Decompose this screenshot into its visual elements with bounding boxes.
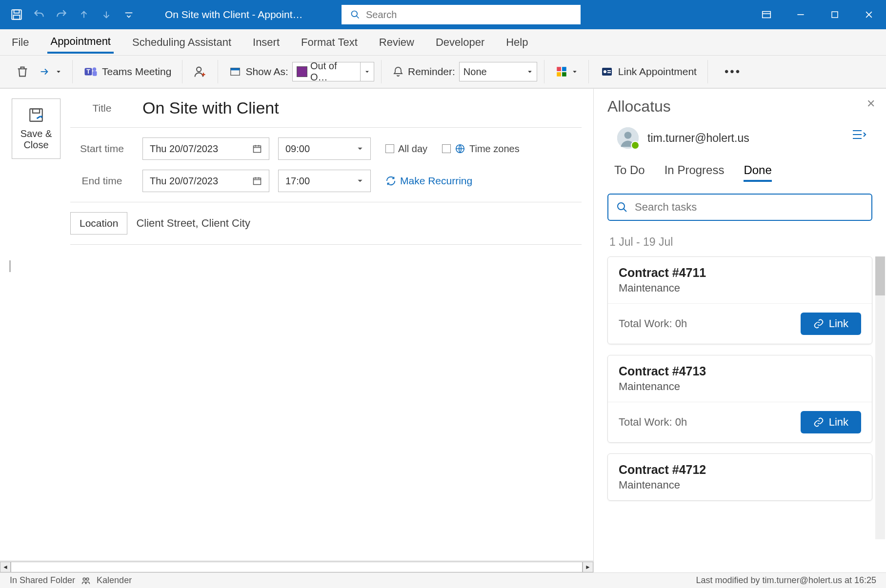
title-input[interactable]	[142, 98, 582, 118]
task-card[interactable]: Contract #4713 Maintenance Total Work: 0…	[607, 355, 872, 443]
start-time-picker[interactable]: 09:00	[278, 137, 371, 160]
start-date-picker[interactable]: Thu 20/07/2023	[142, 137, 269, 160]
undo-icon[interactable]	[32, 8, 46, 21]
svg-rect-20	[607, 72, 611, 73]
task-link-button[interactable]: Link	[801, 313, 861, 335]
task-total-work: Total Work: 0h	[619, 317, 687, 330]
link-appointment-label: Link Appointment	[618, 66, 697, 78]
task-title: Contract #4713	[619, 364, 861, 378]
all-day-checkbox[interactable]: All day	[385, 143, 427, 155]
panel-menu-button[interactable]	[852, 129, 866, 140]
svg-rect-2	[14, 15, 20, 20]
task-title: Contract #4711	[619, 266, 861, 280]
panel-tab-done[interactable]: Done	[744, 163, 771, 182]
ribbon-display-icon[interactable]	[749, 0, 784, 29]
save-icon[interactable]	[10, 8, 23, 21]
calendar-icon	[252, 144, 262, 154]
panel-title: Allocatus	[607, 98, 872, 116]
tab-format-text[interactable]: Format Text	[298, 32, 361, 53]
arrow-up-icon[interactable]	[77, 8, 91, 21]
arrow-down-icon[interactable]	[100, 8, 113, 21]
svg-rect-19	[607, 70, 611, 71]
invite-attendees-button[interactable]	[189, 63, 211, 80]
tab-appointment[interactable]: Appointment	[47, 31, 114, 54]
tab-help[interactable]: Help	[503, 32, 531, 53]
show-as-icon	[229, 66, 242, 77]
start-time-value: 09:00	[285, 143, 310, 155]
task-card[interactable]: Contract #4712 Maintenance	[607, 453, 872, 501]
task-search-box[interactable]	[607, 194, 872, 221]
tab-scheduling-assistant[interactable]: Scheduling Assistant	[129, 32, 234, 53]
show-as-dropdown-arrow[interactable]	[361, 62, 374, 81]
svg-point-27	[624, 132, 632, 139]
time-zones-checkbox[interactable]: Time zones	[442, 143, 520, 155]
task-scrollbar[interactable]	[875, 256, 885, 539]
scroll-track[interactable]	[11, 562, 583, 572]
link-appointment-button[interactable]: Link Appointment	[596, 64, 701, 79]
more-commands-button[interactable]: •••	[715, 65, 751, 78]
scroll-right-icon[interactable]: ►	[583, 562, 593, 572]
svg-rect-16	[562, 72, 566, 77]
end-time-picker[interactable]: 17:00	[278, 170, 371, 192]
end-time-value: 17:00	[285, 176, 310, 187]
svg-point-18	[604, 70, 606, 73]
task-search-input[interactable]	[635, 201, 864, 214]
panel-tab-todo[interactable]: To Do	[614, 163, 645, 182]
svg-rect-21	[30, 109, 42, 121]
allocatus-panel: Allocatus ✕ tim.turner@holert.us To Do I…	[593, 89, 886, 572]
out-of-office-swatch	[297, 66, 307, 77]
title-search-input[interactable]	[366, 9, 572, 20]
all-day-label: All day	[398, 143, 427, 155]
make-recurring-label: Make Recurring	[400, 175, 472, 187]
end-date-value: Thu 20/07/2023	[150, 176, 218, 187]
title-label: Title	[70, 102, 134, 114]
svg-point-8	[93, 67, 97, 71]
save-close-label-1: Save &	[20, 128, 52, 139]
svg-point-10	[197, 67, 201, 72]
calendar-icon	[252, 176, 262, 186]
panel-tab-in-progress[interactable]: In Progress	[664, 163, 725, 182]
customize-qat-icon[interactable]	[122, 8, 136, 21]
teams-meeting-label: Teams Meeting	[102, 66, 171, 78]
search-icon	[616, 201, 628, 213]
window-title: On Site with Client - Appoint…	[165, 9, 302, 20]
tab-file[interactable]: File	[9, 32, 32, 53]
tab-insert[interactable]: Insert	[250, 32, 282, 53]
title-bar: On Site with Client - Appoint…	[0, 0, 886, 29]
horizontal-scrollbar[interactable]: ◄ ►	[0, 561, 593, 572]
title-search-box[interactable]	[342, 5, 581, 24]
minimize-button[interactable]	[784, 0, 818, 29]
reminder-group: Reminder:	[388, 63, 459, 80]
link-icon	[813, 318, 824, 329]
location-button[interactable]: Location	[70, 212, 127, 235]
teams-meeting-button[interactable]: T Teams Meeting	[80, 62, 175, 81]
redo-icon[interactable]	[55, 8, 68, 21]
location-value[interactable]: Client Street, Client City	[136, 217, 250, 230]
svg-rect-5	[832, 12, 838, 18]
task-link-button[interactable]: Link	[801, 411, 861, 433]
svg-point-29	[83, 578, 85, 580]
tab-review[interactable]: Review	[376, 32, 417, 53]
time-zones-label: Time zones	[469, 143, 520, 155]
reminder-value: None	[463, 66, 487, 78]
task-total-work: Total Work: 0h	[619, 416, 687, 429]
delete-button[interactable]	[12, 63, 33, 80]
maximize-button[interactable]	[818, 0, 852, 29]
make-recurring-link[interactable]: Make Recurring	[385, 175, 472, 187]
forward-button[interactable]	[33, 64, 65, 79]
categorize-button[interactable]	[551, 63, 582, 80]
globe-icon	[455, 143, 465, 154]
folder-name: Kalender	[97, 575, 132, 586]
reminder-dropdown[interactable]: None	[459, 62, 537, 81]
save-close-icon	[28, 107, 44, 123]
appointment-body[interactable]	[0, 255, 593, 561]
end-date-picker[interactable]: Thu 20/07/2023	[142, 170, 269, 192]
show-as-dropdown[interactable]: Out of O…	[292, 62, 361, 81]
task-card[interactable]: Contract #4711 Maintenance Total Work: 0…	[607, 256, 872, 344]
close-button[interactable]	[852, 0, 886, 29]
close-panel-button[interactable]: ✕	[866, 98, 875, 110]
tab-developer[interactable]: Developer	[433, 32, 487, 53]
date-range-label: 1 Jul - 19 Jul	[609, 235, 872, 249]
save-and-close-button[interactable]: Save &Close	[12, 98, 60, 159]
scroll-left-icon[interactable]: ◄	[0, 562, 11, 572]
